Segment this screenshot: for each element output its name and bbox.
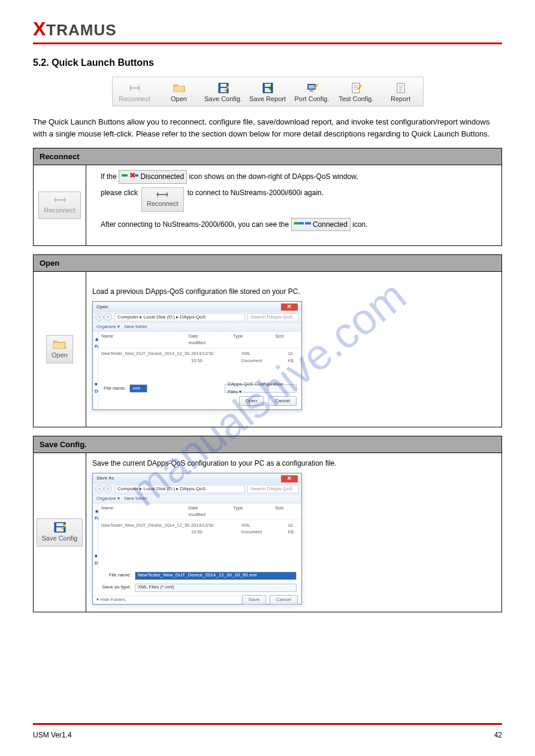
new-folder-button[interactable]: New folder xyxy=(125,323,147,330)
open-cell-label: Open xyxy=(52,351,68,359)
svg-rect-11 xyxy=(316,84,318,86)
search-input[interactable]: Search DApps-QoS xyxy=(247,485,299,493)
folder-open-icon xyxy=(53,339,66,350)
test-config-button[interactable]: Test Config. xyxy=(334,81,379,102)
reconnect-cell-label: Reconnect xyxy=(44,207,75,214)
cancel-dlg-button[interactable]: Cancel xyxy=(270,595,298,605)
open-button[interactable]: Open xyxy=(157,81,201,102)
open-section: Open Open Load a previous DApps-QoS conf… xyxy=(33,254,502,427)
reconnect-icon xyxy=(113,82,157,94)
svg-rect-21 xyxy=(300,222,304,224)
address-bar[interactable]: Computer ▸ Local Disk (D:) ▸ DApps-QoS xyxy=(114,313,245,321)
footer-left: USM Ver1.4 xyxy=(33,731,72,739)
organize-button[interactable]: Organize ▾ xyxy=(96,323,120,330)
open-header: Open xyxy=(34,255,502,272)
save-config-cell-button[interactable]: Save Config xyxy=(37,518,83,546)
svg-rect-26 xyxy=(64,524,66,526)
text: If the xyxy=(101,172,119,181)
ql-label: Open xyxy=(171,95,187,102)
savetype-dropdown[interactable]: XML Files (*.xml) xyxy=(135,584,297,592)
open-desc: Load a previous DApps-QoS configuration … xyxy=(92,286,495,297)
new-folder-button[interactable]: New folder xyxy=(125,495,147,502)
ql-label: Report xyxy=(391,95,410,102)
svg-rect-2 xyxy=(220,84,226,87)
filename-input[interactable]: NewTester_New_DUT_Device_2014_12_30_10_5… xyxy=(135,572,297,580)
reconnect-inline-button[interactable]: Reconnect xyxy=(141,187,184,212)
search-input[interactable]: Search DApps-QoS xyxy=(247,313,299,321)
svg-rect-24 xyxy=(56,523,64,526)
nav-back-forward[interactable]: ‹› xyxy=(95,485,112,493)
nav-back-forward[interactable]: ‹› xyxy=(95,313,112,321)
ql-label: Save Report xyxy=(249,95,286,102)
filename-input[interactable]: xml xyxy=(129,384,147,393)
floppy-config-icon xyxy=(53,522,67,533)
ql-label: Test Config. xyxy=(338,95,373,102)
save-dlg-button[interactable]: Save xyxy=(242,595,266,605)
filetype-dropdown[interactable]: DApps-QoS Configuration Files ▾ xyxy=(225,384,297,393)
ql-label: Reconnect xyxy=(119,95,150,102)
close-icon[interactable]: ✕ xyxy=(281,303,298,311)
nav-tree[interactable]: ★ Favorites Desktop Downloads Recent Pla… xyxy=(93,332,99,409)
folder-open-icon xyxy=(157,82,201,94)
address-bar[interactable]: Computer ▸ Local Disk (D:) ▸ DApps-QoS xyxy=(114,485,245,493)
svg-rect-13 xyxy=(360,84,362,86)
report-button[interactable]: Report xyxy=(379,81,423,102)
svg-text:✖: ✖ xyxy=(129,172,135,179)
reconnect-header: Reconnect xyxy=(34,148,502,165)
svg-rect-22 xyxy=(305,222,311,224)
text: icon. xyxy=(352,220,367,229)
floppy-down-icon xyxy=(246,82,290,94)
hide-folders-toggle[interactable]: ▾ Hide Folders xyxy=(96,596,126,603)
svg-rect-20 xyxy=(294,222,300,224)
quick-launch-bar: Reconnect Open Save Config. Save Report … xyxy=(112,77,424,107)
reconnect-button[interactable]: Reconnect xyxy=(113,81,157,102)
text: to connect to NuStreams-2000i/600i again… xyxy=(188,187,324,199)
nav-favorites[interactable]: ★ Favorites xyxy=(95,336,96,350)
floppy-config-icon xyxy=(201,82,246,94)
section-heading: 5.2. Quick Launch Buttons xyxy=(33,57,502,68)
svg-rect-10 xyxy=(310,90,313,92)
save-report-button[interactable]: Save Report xyxy=(246,81,290,102)
disconnected-icon: ✖ xyxy=(122,172,138,179)
connected-label: Connected xyxy=(313,220,347,229)
organize-button[interactable]: Organize ▾ xyxy=(96,495,120,502)
document-config-icon xyxy=(334,82,379,94)
save-config-section: Save Config. Save Config Save the curren… xyxy=(33,436,502,612)
reconnect-section: Reconnect Reconnect If the ✖ Disconne xyxy=(33,148,502,246)
close-icon[interactable]: ✕ xyxy=(281,475,298,482)
ql-label: Save Config. xyxy=(204,95,242,102)
save-config-cell-label: Save Config xyxy=(42,535,78,542)
save-dialog: Save As ✕ ‹› Computer ▸ Local Disk (D:) … xyxy=(92,473,302,605)
svg-rect-15 xyxy=(55,199,65,201)
column-headers[interactable]: Name Date modified Type Size xyxy=(99,332,301,348)
reconnect-cell-button[interactable]: Reconnect xyxy=(38,192,81,218)
cancel-dlg-button[interactable]: Cancel xyxy=(268,396,297,406)
save-desc: Save the current DApps-QoS configuration… xyxy=(92,458,495,469)
open-cell-button[interactable]: Open xyxy=(46,335,73,363)
open-dlg-button[interactable]: Open xyxy=(239,396,264,406)
document-icon xyxy=(379,82,423,94)
svg-rect-4 xyxy=(227,86,229,88)
connected-icon xyxy=(294,220,311,227)
svg-rect-18 xyxy=(135,174,138,177)
disconnected-badge: ✖ Disconnected xyxy=(119,170,187,184)
text: After connecting to NuStreams-2000i/600i… xyxy=(101,220,291,229)
reconnect-inline-label: Reconnect xyxy=(147,200,179,207)
text: icon shows on the down-right of DApps-Qo… xyxy=(189,172,358,181)
nav-tree[interactable]: ★ Favorites Desktop Downloads Recent Pla… xyxy=(93,503,99,568)
dialog-title: Open xyxy=(96,303,108,311)
disconnected-label: Disconnected xyxy=(140,172,184,181)
file-row[interactable]: NewTester_New_DUT_Device_2014_12_30... 2… xyxy=(101,521,299,536)
footer-right: 42 xyxy=(494,731,502,739)
reconnect-icon xyxy=(156,192,169,198)
monitor-config-icon xyxy=(290,82,334,94)
port-config-button[interactable]: Port Config. xyxy=(290,81,334,102)
nav-desktop[interactable]: ■ Desktop xyxy=(95,381,96,394)
save-config-button[interactable]: Save Config. xyxy=(201,81,246,102)
column-headers[interactable]: Name Date modified Type Size xyxy=(99,503,301,520)
logo: XTRAMUS xyxy=(33,18,502,40)
file-row[interactable]: NewTester_New_DUT_Device_2014_12_30... 2… xyxy=(101,350,299,365)
filename-label: File name: xyxy=(98,572,131,579)
logo-x: X xyxy=(33,18,46,40)
filename-label: File name: xyxy=(104,385,126,392)
